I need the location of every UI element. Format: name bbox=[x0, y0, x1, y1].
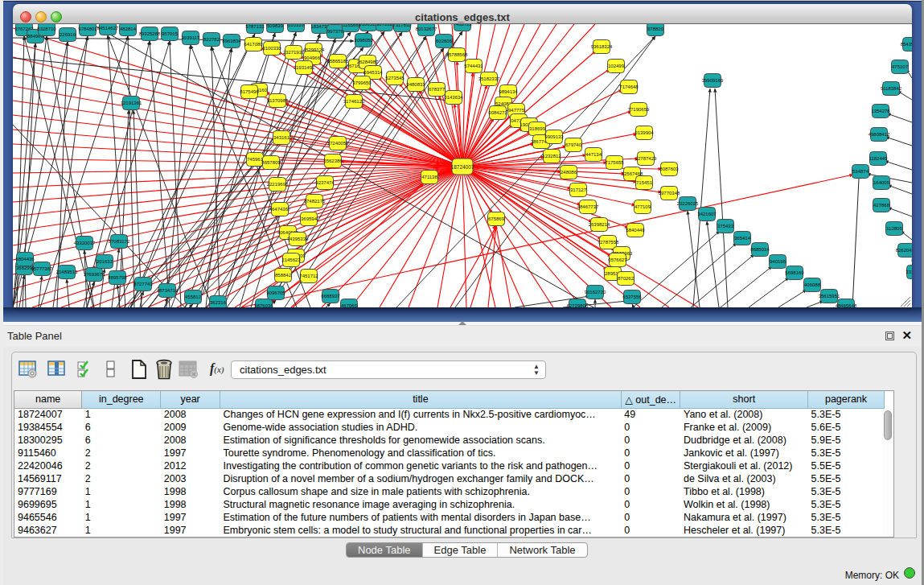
svg-text:05865185: 05865185 bbox=[327, 59, 349, 64]
svg-text:455812: 455812 bbox=[185, 295, 202, 299]
svg-text:5562386: 5562386 bbox=[323, 159, 343, 163]
svg-text:35182337: 35182337 bbox=[478, 76, 500, 81]
svg-text:0084271: 0084271 bbox=[488, 110, 507, 115]
svg-text:997376: 997376 bbox=[327, 29, 344, 34]
svg-text:978820: 978820 bbox=[647, 27, 664, 31]
svg-text:0143634: 0143634 bbox=[444, 95, 463, 100]
svg-text:17240050: 17240050 bbox=[327, 141, 349, 146]
svg-text:93618324: 93618324 bbox=[591, 44, 613, 49]
svg-text:77190659: 77190659 bbox=[628, 107, 650, 112]
svg-text:9894134: 9894134 bbox=[499, 89, 518, 94]
svg-text:3799650: 3799650 bbox=[352, 80, 372, 85]
svg-text:112805: 112805 bbox=[886, 226, 902, 231]
svg-text:010310: 010310 bbox=[288, 24, 305, 27]
svg-text:6688937: 6688937 bbox=[321, 294, 340, 299]
svg-text:471138: 471138 bbox=[421, 175, 437, 179]
svg-text:5273545: 5273545 bbox=[385, 76, 405, 80]
svg-text:3039117: 3039117 bbox=[182, 35, 201, 40]
svg-text:51370985: 51370985 bbox=[267, 98, 289, 103]
svg-text:26398214: 26398214 bbox=[589, 222, 610, 227]
svg-text:3098050: 3098050 bbox=[354, 38, 373, 43]
svg-text:35615951: 35615951 bbox=[819, 294, 840, 299]
svg-text:317127: 317127 bbox=[570, 187, 587, 192]
svg-text:8895798: 8895798 bbox=[108, 275, 127, 280]
svg-text:9784801: 9784801 bbox=[78, 27, 97, 31]
svg-text:62729806: 62729806 bbox=[567, 303, 589, 307]
svg-text:48734714: 48734714 bbox=[157, 288, 179, 293]
svg-text:870262: 870262 bbox=[618, 276, 634, 281]
svg-text:940196: 940196 bbox=[770, 259, 786, 264]
svg-text:1354278: 1354278 bbox=[871, 109, 890, 113]
svg-text:23271937: 23271937 bbox=[283, 50, 305, 55]
svg-text:12191361: 12191361 bbox=[121, 101, 142, 105]
svg-text:1232812: 1232812 bbox=[542, 154, 561, 159]
svg-text:3421607: 3421607 bbox=[697, 212, 717, 216]
svg-text:201632: 201632 bbox=[97, 259, 113, 264]
svg-text:7174648: 7174648 bbox=[619, 84, 639, 89]
svg-text:482814: 482814 bbox=[120, 27, 137, 31]
svg-text:9096705: 9096705 bbox=[266, 290, 285, 295]
svg-text:72787558: 72787558 bbox=[598, 240, 619, 245]
svg-text:467065: 467065 bbox=[341, 303, 358, 307]
svg-text:858842: 858842 bbox=[275, 273, 292, 278]
svg-text:0106513: 0106513 bbox=[359, 24, 378, 27]
svg-text:5876036: 5876036 bbox=[254, 303, 273, 307]
svg-text:8963834: 8963834 bbox=[222, 39, 241, 43]
svg-text:49808412: 49808412 bbox=[869, 132, 890, 137]
svg-text:715451: 715451 bbox=[636, 180, 653, 185]
svg-text:22219693: 22219693 bbox=[267, 182, 289, 187]
svg-text:48467737: 48467737 bbox=[577, 204, 599, 209]
svg-text:318699: 318699 bbox=[529, 126, 546, 131]
svg-text:82620450: 82620450 bbox=[896, 248, 912, 253]
svg-text:85435346: 85435346 bbox=[901, 42, 912, 47]
svg-text:427868: 427868 bbox=[873, 203, 890, 208]
svg-text:369594: 369594 bbox=[301, 216, 318, 221]
svg-text:9909133: 9909133 bbox=[544, 134, 564, 139]
svg-text:602606: 602606 bbox=[436, 39, 453, 43]
svg-text:904966: 904966 bbox=[304, 56, 321, 60]
svg-text:387262: 387262 bbox=[376, 24, 393, 27]
svg-text:74395339: 74395339 bbox=[287, 237, 309, 241]
svg-text:6945314: 6945314 bbox=[363, 70, 383, 75]
svg-text:116566: 116566 bbox=[343, 24, 359, 27]
svg-text:5744431: 5744431 bbox=[464, 64, 483, 68]
svg-text:8685014: 8685014 bbox=[750, 247, 770, 252]
svg-text:406088: 406088 bbox=[804, 282, 821, 287]
svg-text:343161: 343161 bbox=[273, 135, 290, 140]
svg-text:8087603: 8087603 bbox=[659, 167, 679, 171]
svg-text:84514627: 84514627 bbox=[97, 26, 119, 31]
svg-text:07482175: 07482175 bbox=[304, 199, 326, 204]
svg-text:5698169: 5698169 bbox=[785, 270, 804, 275]
svg-text:678377: 678377 bbox=[429, 87, 446, 92]
svg-text:7175655: 7175655 bbox=[605, 160, 624, 165]
svg-text:8175496: 8175496 bbox=[240, 89, 259, 94]
svg-text:6417080: 6417080 bbox=[244, 42, 263, 47]
svg-text:362316: 362316 bbox=[210, 300, 227, 305]
svg-text:6804436: 6804436 bbox=[15, 257, 35, 262]
svg-text:5840449: 5840449 bbox=[626, 228, 645, 233]
svg-text:95777387: 95777387 bbox=[31, 266, 53, 271]
svg-text:475107: 475107 bbox=[892, 64, 909, 69]
svg-text:375433: 375433 bbox=[717, 224, 734, 229]
svg-text:80132677: 80132677 bbox=[416, 27, 437, 31]
svg-text:947775: 947775 bbox=[508, 108, 525, 113]
svg-text:48465648: 48465648 bbox=[836, 303, 857, 307]
svg-text:18724007: 18724007 bbox=[451, 164, 474, 170]
svg-text:675869: 675869 bbox=[488, 216, 505, 221]
svg-text:21489513: 21489513 bbox=[56, 270, 78, 274]
svg-text:3100330: 3100330 bbox=[262, 46, 281, 51]
svg-text:31746120: 31746120 bbox=[343, 99, 365, 104]
svg-text:7468723: 7468723 bbox=[453, 24, 472, 27]
svg-text:9237474: 9237474 bbox=[315, 180, 335, 185]
svg-text:477109: 477109 bbox=[634, 204, 651, 209]
svg-text:102499: 102499 bbox=[608, 64, 625, 68]
svg-text:248086: 248086 bbox=[561, 170, 577, 175]
svg-text:5787133: 5787133 bbox=[245, 24, 265, 29]
svg-text:89325288: 89325288 bbox=[139, 31, 161, 36]
svg-text:17693676: 17693676 bbox=[84, 272, 105, 277]
svg-text:23226025: 23226025 bbox=[677, 201, 699, 206]
svg-text:3315869: 3315869 bbox=[906, 270, 912, 274]
svg-text:957015: 957015 bbox=[162, 31, 179, 36]
svg-text:59770348: 59770348 bbox=[659, 191, 680, 196]
svg-text:6537556: 6537556 bbox=[622, 295, 642, 299]
